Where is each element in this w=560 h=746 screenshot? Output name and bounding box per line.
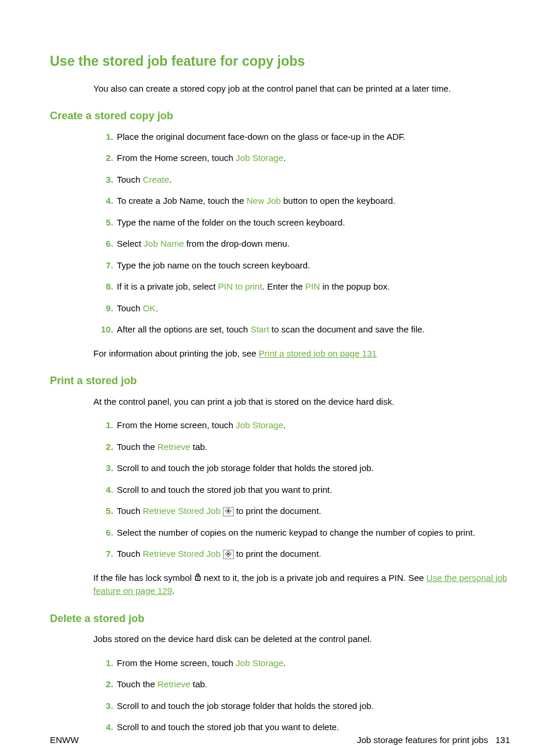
start-icon	[223, 507, 234, 516]
print-heading: Print a stored job	[50, 374, 510, 388]
print-step-1: From the Home screen, touch Job Storage.	[116, 419, 510, 432]
text: After all the options are set, touch	[117, 324, 251, 334]
delete-heading: Delete a stored job	[50, 612, 510, 626]
create-step-7: Type the job name on the touch screen ke…	[116, 259, 510, 273]
text: Touch the	[117, 679, 157, 689]
text: If it is a private job, select	[117, 281, 218, 291]
ui-retrieve-stored-job: Retrieve Stored Job	[143, 549, 221, 559]
ui-pin: PIN	[305, 281, 320, 291]
ui-new-job: New Job	[247, 196, 281, 206]
svg-marker-3	[227, 553, 230, 556]
text: in the popup box.	[320, 281, 390, 291]
text: Touch	[117, 303, 143, 313]
start-icon	[223, 550, 234, 559]
create-step-1: Place the original document face-down on…	[116, 130, 510, 144]
create-step-8: If it is a private job, select PIN to pr…	[116, 280, 510, 294]
print-step-4: Scroll to and touch the stored job that …	[116, 483, 510, 497]
create-heading: Create a stored copy job	[50, 109, 510, 123]
delete-steps: From the Home screen, touch Job Storage.…	[95, 657, 510, 734]
print-step-6: Select the number of copies on the numer…	[116, 526, 510, 540]
delete-step-3: Scroll to and touch the job storage fold…	[116, 700, 510, 713]
link-print-stored-job[interactable]: Print a stored job on page 131	[259, 348, 377, 358]
text: to print the document.	[236, 549, 321, 559]
text: For information about printing the job, …	[93, 348, 259, 358]
text: .	[172, 586, 174, 596]
lock-icon	[194, 572, 201, 584]
delete-step-2: Touch the Retrieve tab.	[116, 678, 510, 691]
footer-left: ENWW	[50, 735, 79, 745]
print-intro: At the control panel, you can print a jo…	[93, 395, 510, 409]
ui-job-storage: Job Storage	[236, 420, 284, 430]
create-post-paragraph: For information about printing the job, …	[93, 347, 510, 361]
text: Select	[117, 238, 144, 248]
create-step-10: After all the options are set, touch Sta…	[116, 323, 510, 337]
main-heading: Use the stored job feature for copy jobs	[50, 53, 510, 70]
text: to print the document.	[236, 506, 321, 516]
text: .	[283, 153, 285, 163]
page-footer: ENWW Job storage features for print jobs…	[50, 735, 510, 745]
text: to scan the document and save the file.	[269, 324, 424, 334]
print-step-3: Scroll to and touch the job storage fold…	[116, 462, 510, 475]
text: button to open the keyboard.	[281, 196, 395, 206]
text: Touch	[117, 174, 143, 184]
delete-intro: Jobs stored on the device hard disk can …	[93, 633, 510, 646]
text: next to it, the job is a private job and…	[201, 573, 427, 583]
create-step-6: Select Job Name from the drop-down menu.	[116, 237, 510, 251]
create-step-2: From the Home screen, touch Job Storage.	[116, 152, 510, 165]
ui-job-storage: Job Storage	[236, 153, 284, 163]
create-step-3: Touch Create.	[116, 173, 510, 187]
print-steps: From the Home screen, touch Job Storage.…	[95, 419, 510, 561]
ui-job-storage: Job Storage	[236, 658, 284, 668]
ui-start: Start	[251, 324, 269, 334]
svg-marker-1	[227, 510, 230, 513]
delete-step-4: Scroll to and touch the stored job that …	[116, 721, 510, 734]
ui-retrieve-stored-job: Retrieve Stored Job	[143, 506, 221, 516]
footer-section-title: Job storage features for print jobs	[357, 735, 488, 745]
text: Touch	[117, 506, 143, 516]
delete-step-1: From the Home screen, touch Job Storage.	[116, 657, 510, 670]
text: From the Home screen, touch	[117, 153, 236, 163]
ui-job-name: Job Name	[144, 238, 184, 248]
text: from the drop-down menu.	[184, 238, 289, 248]
svg-rect-6	[197, 578, 198, 579]
footer-page-number: 131	[495, 735, 510, 745]
create-step-9: Touch OK.	[116, 302, 510, 315]
text: From the Home screen, touch	[117, 658, 236, 668]
intro-paragraph: You also can create a stored copy job at…	[93, 82, 510, 96]
text: . Enter the	[262, 281, 305, 291]
create-step-5: Type the name of the folder on the touch…	[116, 216, 510, 230]
text: .	[283, 420, 285, 430]
text: Touch	[117, 549, 143, 559]
ui-ok: OK	[143, 303, 156, 313]
print-post-paragraph: If the file has lock symbol next to it, …	[93, 572, 510, 598]
text: .	[283, 658, 285, 668]
print-step-5: Touch Retrieve Stored Job to print the d…	[116, 505, 510, 518]
create-steps: Place the original document face-down on…	[95, 130, 510, 337]
print-step-7: Touch Retrieve Stored Job to print the d…	[116, 547, 510, 561]
print-step-2: Touch the Retrieve tab.	[116, 441, 510, 454]
ui-create: Create	[143, 174, 169, 184]
text: To create a Job Name, touch the	[117, 196, 247, 206]
ui-retrieve: Retrieve	[157, 679, 190, 689]
text: tab.	[190, 442, 207, 452]
text: Touch the	[117, 442, 157, 452]
text: .	[169, 174, 171, 184]
text: tab.	[190, 679, 207, 689]
text: From the Home screen, touch	[117, 420, 236, 430]
ui-retrieve: Retrieve	[157, 442, 190, 452]
ui-pin-to-print: PIN to print	[218, 281, 262, 291]
create-step-4: To create a Job Name, touch the New Job …	[116, 194, 510, 208]
text: If the file has lock symbol	[93, 573, 194, 583]
text: .	[156, 303, 158, 313]
document-page: Use the stored job feature for copy jobs…	[0, 0, 560, 746]
footer-right: Job storage features for print jobs 131	[357, 735, 510, 745]
